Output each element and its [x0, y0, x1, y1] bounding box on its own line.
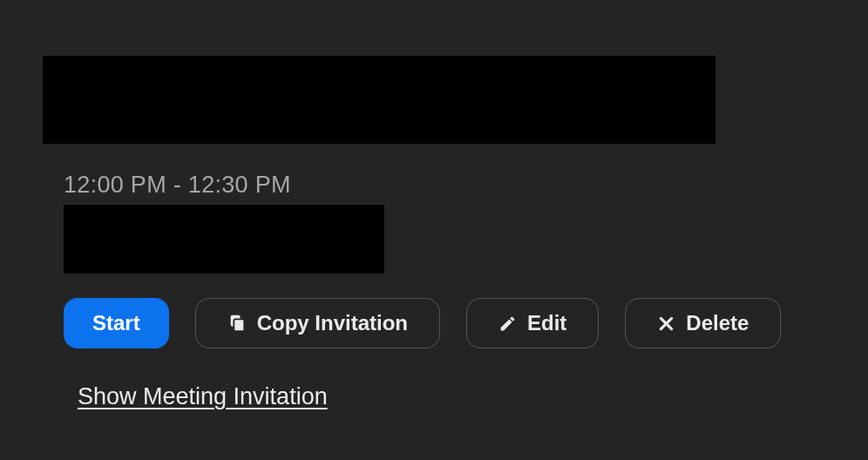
meeting-subinfo-redacted: [64, 205, 384, 274]
meeting-title-redacted: [43, 56, 715, 144]
pencil-icon: [498, 315, 517, 333]
copy-icon: [227, 314, 247, 333]
edit-button-label: Edit: [527, 311, 566, 335]
edit-button[interactable]: Edit: [466, 298, 599, 348]
meeting-details-panel: 12:00 PM - 12:30 PM Start Copy Invitatio…: [0, 0, 868, 410]
copy-invitation-label: Copy Invitation: [257, 311, 408, 335]
meeting-actions-row: Start Copy Invitation Edit: [64, 298, 868, 348]
meeting-time-block: 12:00 PM - 12:30 PM: [64, 172, 868, 274]
start-button-label: Start: [92, 311, 140, 335]
delete-button[interactable]: Delete: [625, 298, 781, 348]
x-icon: [657, 315, 675, 333]
start-button[interactable]: Start: [64, 298, 169, 348]
copy-invitation-button[interactable]: Copy Invitation: [195, 298, 440, 348]
show-meeting-invitation-link[interactable]: Show Meeting Invitation: [78, 383, 328, 410]
meeting-links-row: Show Meeting Invitation: [78, 383, 868, 410]
delete-button-label: Delete: [686, 311, 749, 335]
meeting-time-range: 12:00 PM - 12:30 PM: [64, 172, 868, 199]
svg-rect-1: [234, 319, 244, 331]
